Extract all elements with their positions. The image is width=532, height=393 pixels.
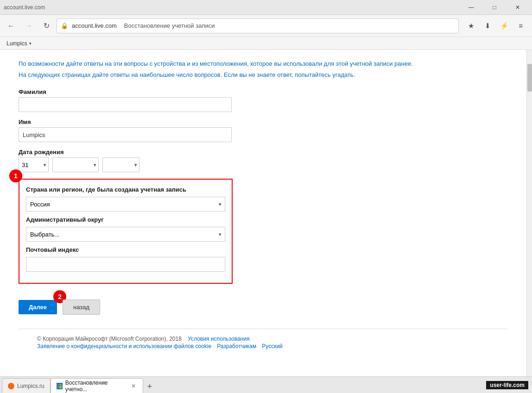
main-area: По возможности дайте ответы на эти вопро… xyxy=(0,50,532,376)
postal-input[interactable] xyxy=(26,257,225,272)
birthdate-label: Дата рождения xyxy=(19,149,508,156)
lightning-icon-button[interactable]: ⚡ xyxy=(497,19,512,33)
minimize-button[interactable]: — xyxy=(461,0,482,15)
tab-favicon-lumpics xyxy=(8,383,14,389)
intro-line1: По возможности дайте ответы на эти вопро… xyxy=(19,59,508,69)
back-button[interactable]: ← xyxy=(4,19,19,33)
district-group: Административный округ Выбрать... xyxy=(26,216,225,242)
country-region-section: Страна или регион, где была создана учет… xyxy=(19,179,233,284)
url-text: account.live.com xyxy=(72,22,117,29)
country-group: Страна или регион, где была создана учет… xyxy=(26,186,225,212)
tab-account-recovery[interactable]: Восстановление учетно... ✕ xyxy=(51,378,143,393)
scrollbar-thumb[interactable] xyxy=(527,64,532,92)
page-content: По возможности дайте ответы на эти вопро… xyxy=(0,50,526,376)
lock-icon: 🔒 xyxy=(61,22,68,29)
svg-rect-1 xyxy=(60,384,62,386)
forward-button: → xyxy=(21,19,36,33)
menu-icon-button[interactable]: ≡ xyxy=(513,19,528,33)
refresh-button[interactable]: ↻ xyxy=(39,19,54,33)
postal-label: Почтовый индекс xyxy=(26,246,225,253)
address-bar[interactable]: 🔒 account.live.com Восстановление учетно… xyxy=(57,19,459,33)
close-button[interactable]: ✕ xyxy=(507,0,528,15)
restore-button[interactable]: □ xyxy=(484,0,505,15)
first-name-label: Имя xyxy=(19,119,508,125)
language-link[interactable]: Русский xyxy=(262,343,283,349)
year-select[interactable] xyxy=(102,157,139,172)
year-select-wrapper xyxy=(102,157,139,172)
tab-recovery-label: Восстановление учетно... xyxy=(65,380,127,393)
navigation-bar: ← → ↻ 🔒 account.live.com Восстановление … xyxy=(0,15,532,37)
back-page-button[interactable]: назад xyxy=(63,299,100,315)
district-label: Административный округ xyxy=(26,216,225,223)
page-title-address: Восстановление учетной записи xyxy=(124,22,215,29)
title-bar: account.live.com — □ ✕ xyxy=(0,0,532,15)
page-title-bar: account.live.com xyxy=(4,4,45,11)
last-name-group: Фамилия xyxy=(19,88,508,112)
developer-link[interactable]: Разработчикам xyxy=(217,343,256,349)
day-select[interactable]: 31 xyxy=(19,157,49,172)
first-name-group: Имя xyxy=(19,119,508,142)
intro-line2: На следующих страницах дайте ответы на н… xyxy=(19,70,508,80)
bookmark-label: Lumpics xyxy=(6,40,27,47)
buttons-row: Далее 2 назад xyxy=(19,299,508,315)
month-select[interactable] xyxy=(52,157,99,172)
birthdate-group: Дата рождения 31 xyxy=(19,149,508,172)
district-select[interactable]: Выбрать... xyxy=(26,227,225,242)
bookmarks-bar: Lumpics ▾ xyxy=(0,37,532,50)
download-icon-button[interactable]: ⬇ xyxy=(480,19,495,33)
first-name-input[interactable] xyxy=(19,127,232,142)
privacy-link[interactable]: Заявление о конфиденциальности и использ… xyxy=(37,343,211,349)
country-label: Страна или регион, где была создана учет… xyxy=(26,186,225,193)
page-footer: © Корпорация Майкрософт (Microsoft Corpo… xyxy=(19,329,508,354)
district-select-wrapper: Выбрать... xyxy=(26,227,225,242)
day-select-wrapper: 31 xyxy=(19,157,49,172)
tab-favicon-ms xyxy=(57,383,63,389)
svg-rect-2 xyxy=(57,386,59,388)
next-button[interactable]: Далее xyxy=(19,300,57,314)
chevron-down-icon: ▾ xyxy=(29,41,32,46)
svg-rect-0 xyxy=(57,384,59,386)
new-tab-button[interactable]: + xyxy=(143,380,156,393)
last-name-label: Фамилия xyxy=(19,88,508,95)
footer-line2: Заявление о конфиденциальности и использ… xyxy=(37,343,489,349)
month-select-wrapper xyxy=(52,157,99,172)
country-select[interactable]: Россия xyxy=(26,197,225,212)
tab-lumpics-label: Lumpics.ru xyxy=(17,383,44,389)
country-select-wrapper: Россия xyxy=(26,197,225,212)
bookmark-lumpics[interactable]: Lumpics ▾ xyxy=(4,39,34,48)
scrollbar[interactable] xyxy=(526,50,532,376)
terms-link[interactable]: Условия использования xyxy=(188,336,249,342)
postal-group: Почтовый индекс xyxy=(26,246,225,272)
tab-close-button[interactable]: ✕ xyxy=(130,382,137,390)
copyright-text: © Корпорация Майкрософт (Microsoft Corpo… xyxy=(37,336,182,342)
last-name-input[interactable] xyxy=(19,97,232,112)
watermark: user-life.com xyxy=(486,381,528,389)
star-icon-button[interactable]: ★ xyxy=(463,19,478,33)
tab-bar: Lumpics.ru Восстановление учетно... ✕ + xyxy=(0,376,532,393)
svg-rect-3 xyxy=(60,386,62,388)
tab-lumpics[interactable]: Lumpics.ru xyxy=(2,378,51,393)
